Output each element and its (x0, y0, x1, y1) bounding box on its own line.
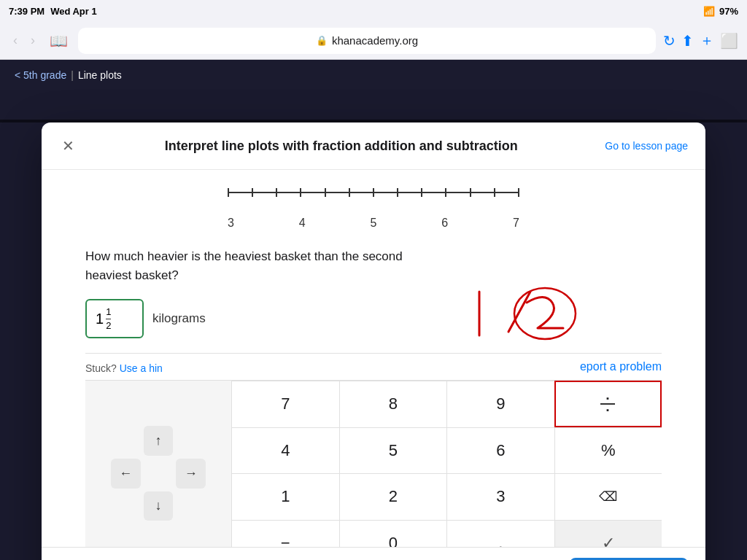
ka-background: < 5th grade | Line plots ✕ Interpret lin… (0, 60, 747, 90)
key-0[interactable]: 0 (339, 520, 447, 547)
fraction-part: 1 2 (106, 306, 111, 331)
modal-overlay: ✕ Interpret line plots with fraction add… (0, 120, 747, 122)
label-6: 6 (441, 217, 448, 230)
tick-2 (252, 188, 253, 197)
battery: 97% (719, 6, 738, 17)
fraction-button[interactable]: ▪ ▪ (554, 381, 662, 427)
bookmarks-icon[interactable]: 📖 (50, 32, 68, 50)
tick-10 (445, 188, 446, 197)
fraction-input[interactable]: 1 1 2 (85, 299, 144, 338)
lock-icon: 🔒 (316, 35, 328, 46)
key-4[interactable]: 4 (231, 427, 339, 474)
tick-4 (300, 188, 301, 197)
fraction-icon: ▪ ▪ (600, 394, 615, 414)
go-to-lesson-link[interactable]: Go to lesson page (605, 140, 688, 152)
tabs-button[interactable]: ⬜ (720, 31, 738, 50)
nav-up-button[interactable]: ↑ (144, 426, 174, 456)
nav-buttons: ‹ › (9, 30, 39, 51)
nav-empty-1 (111, 426, 141, 456)
tick-3 (276, 188, 277, 197)
nav-empty-2 (176, 426, 206, 456)
nav-right-button[interactable]: → (176, 459, 206, 489)
key-decimal[interactable]: . (446, 520, 554, 547)
number-line-labels: 3 4 5 6 7 (220, 217, 527, 230)
handwritten-annotation (457, 277, 603, 365)
annotation-svg (457, 277, 603, 365)
tick-6 (349, 188, 350, 197)
keypad-container: ↑ ← → ↓ 7 8 9 (85, 380, 662, 547)
stuck-label: Stuck? (85, 362, 117, 374)
unit-label: kilograms (152, 311, 206, 326)
key-3[interactable]: 3 (446, 473, 554, 520)
label-7: 7 (513, 217, 519, 230)
svg-point-0 (514, 288, 576, 339)
key-minus[interactable]: − (231, 520, 339, 547)
ka-topbar: < 5th grade | Line plots (0, 60, 747, 90)
label-4: 4 (299, 217, 306, 230)
nav-down-button[interactable]: ↓ (144, 491, 174, 521)
num-pad: 7 8 9 ▪ ▪ 4 5 6 % (231, 381, 662, 547)
tick-1 (228, 188, 229, 197)
back-button[interactable]: ‹ (9, 30, 22, 51)
tick-8 (397, 188, 398, 197)
key-7[interactable]: 7 (231, 381, 339, 427)
label-3: 3 (228, 217, 234, 230)
modal-footer: ✏️ 3 of 4 Check again (42, 547, 705, 560)
tick-12 (494, 188, 495, 197)
stuck-area: Stuck? Use a hin (85, 362, 163, 374)
nav-empty-4 (111, 491, 141, 521)
tick-marks (228, 188, 519, 197)
key-9[interactable]: 9 (446, 381, 554, 427)
numerator: 1 (106, 306, 111, 318)
url-text: khanacademy.org (332, 34, 418, 47)
nav-empty-3 (144, 459, 174, 489)
number-line-container: 3 4 5 6 7 (85, 184, 662, 230)
tick-11 (470, 188, 471, 197)
breadcrumb[interactable]: < 5th grade (15, 69, 66, 81)
nav-empty-5 (176, 491, 206, 521)
fraction-bar (106, 319, 111, 319)
tick-7 (373, 188, 374, 197)
tick-5 (325, 188, 326, 197)
status-bar: 7:39 PM Wed Apr 1 📶 97% (0, 0, 747, 22)
nav-grid: ↑ ← → ↓ (111, 426, 206, 521)
key-1[interactable]: 1 (231, 473, 339, 520)
modal-header: ✕ Interpret line plots with fraction add… (42, 122, 705, 170)
question-text: How much heavier is the heaviest basket … (85, 247, 450, 284)
page-title: Line plots (78, 69, 122, 81)
close-button[interactable]: ✕ (59, 134, 77, 158)
fraction-display: 1 1 2 (96, 306, 111, 331)
key-8[interactable]: 8 (339, 381, 447, 427)
share-button[interactable]: ⬆ (681, 31, 694, 50)
number-line (220, 184, 527, 206)
whole-number: 1 (96, 311, 104, 327)
modal-dialog: ✕ Interpret line plots with fraction add… (42, 122, 705, 560)
denominator: 2 (106, 320, 111, 332)
key-2[interactable]: 2 (339, 473, 447, 520)
key-5[interactable]: 5 (339, 427, 447, 474)
key-percent[interactable]: % (554, 427, 662, 474)
modal-title: Interpret line plots with fraction addit… (77, 139, 605, 154)
modal-content: 3 4 5 6 7 How much heavier is the heavie… (42, 170, 705, 547)
nav-left-button[interactable]: ← (111, 459, 141, 489)
check-button[interactable]: ✓ (554, 520, 662, 547)
tick-9 (421, 188, 422, 197)
url-bar[interactable]: 🔒 khanacademy.org (78, 28, 656, 54)
tick-13 (518, 188, 519, 197)
label-5: 5 (371, 217, 377, 230)
forward-button[interactable]: › (26, 30, 39, 51)
key-6[interactable]: 6 (446, 427, 554, 474)
new-tab-button[interactable]: ＋ (700, 31, 714, 50)
time: 7:39 PM (9, 6, 44, 17)
nav-pad: ↑ ← → ↓ (85, 381, 231, 547)
wifi-icon: 📶 (703, 6, 715, 17)
date: Wed Apr 1 (50, 6, 97, 17)
reload-button[interactable]: ↻ (663, 31, 676, 50)
hint-link[interactable]: Use a hin (120, 362, 163, 374)
backspace-button[interactable]: ⌫ (554, 473, 662, 520)
browser-bar: ‹ › 📖 🔒 khanacademy.org ↻ ⬆ ＋ ⬜ (0, 22, 747, 60)
